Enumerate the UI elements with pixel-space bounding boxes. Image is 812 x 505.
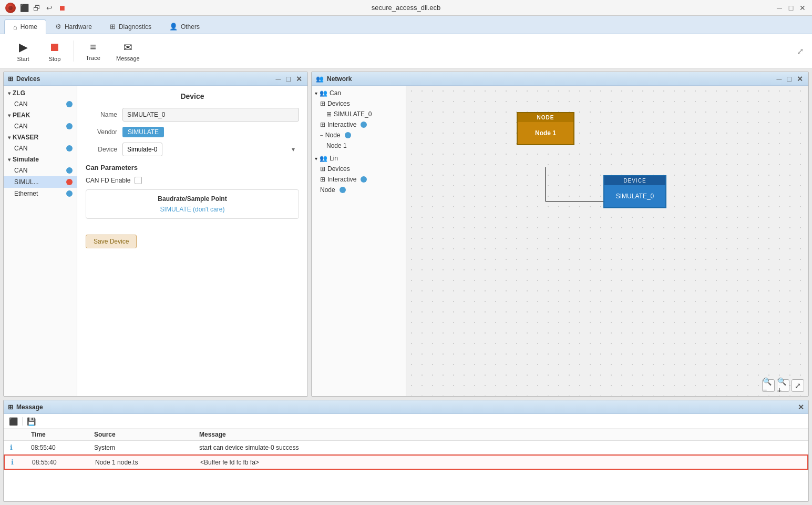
simulate0-icon: ⊞ — [326, 110, 332, 118]
network-close-btn[interactable]: ✕ — [796, 75, 804, 83]
tab-hardware[interactable]: ⚙ Hardware — [46, 19, 101, 34]
net-tree-lin-node[interactable]: Node — [312, 185, 406, 195]
can-icon: 👥 — [320, 89, 327, 97]
fit-btn[interactable]: ⤢ — [792, 379, 804, 392]
tree-group-peak[interactable]: ▾ PEAK — [4, 110, 77, 120]
network-header-controls: ─ □ ✕ — [776, 75, 804, 83]
devices-close-btn[interactable]: ✕ — [295, 75, 303, 83]
devices-minimize-btn[interactable]: ─ — [275, 75, 282, 83]
network-maximize-btn[interactable]: □ — [786, 75, 793, 83]
main-content: ⊞ Devices ─ □ ✕ ▾ ZLG CAN — [0, 68, 812, 505]
stop-button[interactable]: ⏹ Stop — [40, 37, 69, 65]
window-maximize-btn[interactable]: □ — [787, 4, 795, 12]
toolbar: ▶ Start ⏹ Stop ≡ Trace ✉ Message ⤢ — [0, 34, 812, 68]
message-row-1[interactable]: ℹ 08:55:40 Node 1 node.ts <Buffer fe fd … — [4, 454, 808, 470]
msg-row0-message: start can device simulate-0 success — [197, 444, 804, 451]
info-icon-0: ℹ — [10, 443, 13, 451]
tree-item-peak-can[interactable]: CAN — [4, 120, 77, 132]
start-label: Start — [17, 56, 29, 62]
canvas-controls: 🔍− 🔍+ ⤢ — [762, 379, 804, 392]
ethernet-dot — [66, 190, 73, 197]
zoom-out-btn[interactable]: 🔍− — [762, 379, 775, 392]
message-panel-title: Message — [16, 403, 43, 411]
devices-content: ▾ ZLG CAN ▾ PEAK CAN — [4, 86, 307, 396]
col-message: Message — [197, 431, 804, 438]
tab-others-label: Others — [181, 23, 200, 31]
devices-tree: ▾ ZLG CAN ▾ PEAK CAN — [4, 86, 77, 396]
window-close-btn[interactable]: ✕ — [798, 4, 807, 12]
device-select[interactable]: Simulate-0 — [122, 143, 162, 156]
device-box[interactable]: DEVICE SIMULATE_0 — [603, 175, 666, 208]
stop-label: Stop — [49, 56, 61, 62]
name-label: Name — [86, 111, 117, 118]
net-tree-simulate0[interactable]: ⊞ SIMULATE_0 — [312, 109, 406, 119]
net-tree-lin-interactive[interactable]: ⊞ Interactive — [312, 174, 406, 185]
form-row-device: Device Simulate-0 — [86, 143, 299, 156]
start-button[interactable]: ▶ Start — [8, 37, 38, 65]
message-toolbar: ⬛ 💾 — [4, 414, 808, 429]
can-fd-checkbox[interactable] — [135, 177, 142, 184]
tree-item-simulate-can[interactable]: CAN — [4, 165, 77, 176]
net-tree-can-node[interactable]: − Node — [312, 130, 406, 140]
net-tree-can-devices[interactable]: ⊞ Devices — [312, 98, 406, 109]
tree-item-zlg-can[interactable]: CAN — [4, 98, 77, 110]
tab-bar: ⌂ Home ⚙ Hardware ⊞ Diagnostics 👤 Others — [0, 16, 812, 34]
tree-item-simul[interactable]: SIMUL... — [4, 176, 77, 188]
form-row-name: Name — [86, 108, 299, 122]
lin-node-dot — [340, 187, 346, 193]
net-tree-node1[interactable]: Node 1 — [312, 140, 406, 151]
minimize-btn[interactable]: ⬛ — [20, 4, 28, 12]
tab-home[interactable]: ⌂ Home — [4, 19, 46, 34]
net-tree-can-interactive[interactable]: ⊞ Interactive — [312, 119, 406, 130]
net-tree-can[interactable]: ▾ 👥 Can — [312, 88, 406, 98]
col-icon — [8, 431, 29, 438]
tree-item-kvaser-can[interactable]: CAN — [4, 143, 77, 154]
panels-row: ⊞ Devices ─ □ ✕ ▾ ZLG CAN — [0, 68, 812, 400]
can-interactive-icon: ⊞ — [320, 121, 325, 128]
device-detail: Device Name Vendor SIMULATE Device Simul — [77, 86, 307, 396]
tree-group-zlg[interactable]: ▾ ZLG — [4, 88, 77, 98]
can-params-title: Can Parameters — [86, 164, 299, 171]
tree-group-simulate[interactable]: ▾ Simulate — [4, 154, 77, 165]
can-label: Can — [330, 89, 341, 97]
tree-group-kvaser[interactable]: ▾ KVASER — [4, 132, 77, 143]
tab-others[interactable]: 👤 Others — [160, 19, 209, 34]
name-input[interactable] — [122, 108, 299, 122]
window-minimize-btn[interactable]: ─ — [775, 4, 784, 12]
title-bar: ⬛ 🗗 ↩ ⏹ secure_access_dll.ecb ─ □ ✕ — [0, 0, 812, 16]
can-fd-row: CAN FD Enable — [86, 177, 299, 184]
can-fd-label: CAN FD Enable — [86, 177, 130, 184]
trace-button[interactable]: ≡ Trace — [78, 38, 108, 64]
restore-btn[interactable]: 🗗 — [33, 4, 41, 12]
tree-item-ethernet[interactable]: Ethernet — [4, 188, 77, 199]
message-button[interactable]: ✉ Message — [110, 38, 146, 65]
tab-diagnostics[interactable]: ⊞ Diagnostics — [101, 19, 160, 34]
net-tree-lin-devices[interactable]: ⊞ Devices — [312, 164, 406, 174]
vendor-label: Vendor — [86, 128, 117, 136]
net-tree-lin[interactable]: ▾ 👥 Lin — [312, 153, 406, 164]
devices-maximize-btn[interactable]: □ — [285, 75, 292, 83]
message-row-0[interactable]: ℹ 08:55:40 System start can device simul… — [4, 441, 808, 454]
message-close-btn[interactable]: ✕ — [798, 403, 804, 411]
stop-record-btn[interactable]: ⏹ — [58, 4, 66, 12]
undo-btn[interactable]: ↩ — [45, 4, 54, 12]
toolbar-right: ⤢ — [797, 46, 804, 56]
tab-home-label: Home — [20, 23, 37, 31]
devices-header-controls: ─ □ ✕ — [275, 75, 303, 83]
message-table: Time Source Message ℹ 08:55:40 System st… — [4, 429, 808, 501]
baudrate-value: SIMULATE (don't care) — [91, 206, 293, 213]
msg-row1-message: <Buffer fe fd fc fb fa> — [198, 459, 803, 466]
hardware-icon: ⚙ — [55, 23, 61, 31]
msg-row0-time: 08:55:40 — [29, 444, 92, 451]
devices-panel: ⊞ Devices ─ □ ✕ ▾ ZLG CAN — [3, 72, 308, 397]
msg-row0-icon: ℹ — [8, 443, 29, 451]
device-body: SIMULATE_0 — [604, 185, 665, 207]
network-minimize-btn[interactable]: ─ — [776, 75, 783, 83]
msg-save-btn[interactable]: 💾 — [26, 416, 37, 427]
zoom-in-btn[interactable]: 🔍+ — [777, 379, 789, 392]
save-device-btn[interactable]: Save Device — [86, 235, 137, 248]
others-icon: 👤 — [169, 23, 178, 31]
msg-clear-btn[interactable]: ⬛ — [8, 416, 19, 427]
vendor-badge: SIMULATE — [122, 127, 164, 137]
node1-box[interactable]: NODE Node 1 — [517, 112, 574, 145]
